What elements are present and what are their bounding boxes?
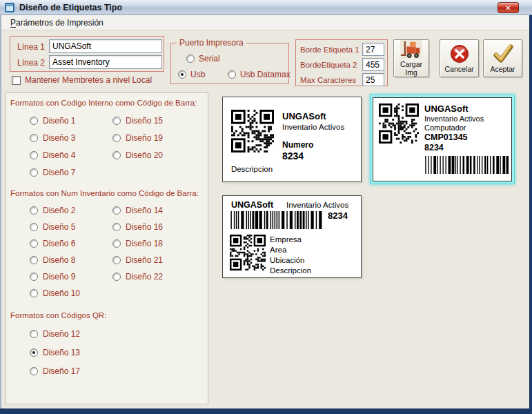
radio-diseño-1[interactable]: Diseño 1 bbox=[30, 112, 112, 129]
barcode-icon bbox=[424, 156, 509, 174]
label-a-brand: UNGASoft bbox=[282, 111, 326, 121]
radio-diseño-6[interactable]: Diseño 6 bbox=[30, 235, 112, 252]
preview-label-a[interactable]: UNGASoft Inventario Activos Numero 8234 … bbox=[222, 97, 362, 182]
radio-icon bbox=[30, 206, 38, 215]
radio-label: Diseño 4 bbox=[43, 150, 75, 160]
borde2-input[interactable] bbox=[362, 58, 384, 71]
radio-diseño-10[interactable]: Diseño 10 bbox=[30, 285, 112, 302]
membretes-checkbox[interactable]: Mantener Membretes a nivel Local bbox=[12, 75, 152, 85]
radio-icon bbox=[112, 134, 121, 142]
label-b-subtitle: Inventario Activos bbox=[424, 115, 484, 123]
empty-cell bbox=[112, 362, 204, 380]
radio-label: Serial bbox=[199, 54, 220, 63]
membretes-checkbox-label: Mantener Membretes a nivel Local bbox=[25, 75, 152, 85]
label-c-subtitle: Inventario Activos bbox=[286, 201, 348, 209]
aceptar-button[interactable]: Aceptar bbox=[483, 39, 522, 77]
empty-cell bbox=[112, 164, 204, 181]
app-window: Diseño de Etiquetas Tipo ✕ Parámetros de… bbox=[0, 0, 532, 414]
menubar: Parámetros de Impresión bbox=[1, 15, 529, 30]
radio-label: Diseño 14 bbox=[126, 206, 163, 215]
radio-icon bbox=[186, 55, 195, 63]
label-c-number: 8234 bbox=[328, 210, 348, 221]
radio-diseño-5[interactable]: Diseño 5 bbox=[30, 219, 112, 235]
format-group-title: Formatos con Codigo Interno como Código … bbox=[10, 99, 204, 107]
radio-diseño-2[interactable]: Diseño 2 bbox=[30, 202, 112, 219]
max-caracteres-input[interactable] bbox=[362, 73, 384, 86]
radio-label: Diseño 6 bbox=[43, 239, 75, 248]
cancelar-label: Cancelar bbox=[444, 65, 473, 73]
bordes-group: Borde Etiqueta 1 BordeEtiqueta 2 Max Car… bbox=[295, 39, 388, 86]
radio-icon bbox=[112, 151, 121, 159]
radio-diseño-18[interactable]: Diseño 18 bbox=[112, 235, 204, 252]
radio-icon bbox=[30, 168, 38, 177]
linea1-input[interactable] bbox=[49, 39, 162, 53]
menu-parametros-impresion[interactable]: Parámetros de Impresión bbox=[7, 17, 107, 29]
linea1-label: Línea 1 bbox=[17, 42, 45, 52]
format-group: Formatos con Codigo Interno como Código … bbox=[10, 99, 204, 181]
radio-diseño-20[interactable]: Diseño 20 bbox=[112, 146, 204, 164]
max-caracteres-label: Max Caracteres bbox=[300, 76, 356, 84]
radio-diseño-22[interactable]: Diseño 22 bbox=[112, 268, 204, 285]
barcode-icon bbox=[230, 211, 324, 229]
radio-diseño-16[interactable]: Diseño 16 bbox=[112, 219, 204, 235]
preview-label-c[interactable]: UNGASoft Inventario Activos 8234 Empresa… bbox=[222, 195, 362, 278]
radio-diseño-13[interactable]: Diseño 13 bbox=[30, 343, 112, 362]
radio-diseño-14[interactable]: Diseño 14 bbox=[112, 202, 204, 219]
radio-icon bbox=[30, 151, 38, 159]
radio-label: Diseño 17 bbox=[43, 366, 80, 376]
cancelar-button[interactable]: Cancelar bbox=[440, 39, 479, 77]
label-b-category: Computador bbox=[424, 124, 466, 132]
label-b-number: 8234 bbox=[424, 143, 444, 152]
empty-cell bbox=[112, 324, 204, 343]
qr-code-icon bbox=[379, 103, 419, 144]
radio-icon bbox=[30, 134, 38, 142]
radio-diseño-3[interactable]: Diseño 3 bbox=[30, 129, 112, 146]
radio-serial[interactable]: Serial bbox=[186, 54, 220, 63]
radio-label: Diseño 9 bbox=[43, 272, 75, 282]
radio-icon bbox=[112, 223, 121, 231]
puerto-impresora-title: Puerto Impresora bbox=[177, 38, 246, 48]
radio-label: Diseño 5 bbox=[43, 222, 75, 232]
radio-usb-datamax[interactable]: Usb Datamax bbox=[228, 70, 290, 79]
radio-diseño-17[interactable]: Diseño 17 bbox=[30, 362, 112, 380]
puerto-impresora-group: Puerto Impresora Serial Usb Usb Datamax bbox=[170, 43, 289, 84]
close-button[interactable]: ✕ bbox=[497, 2, 519, 13]
label-b-brand: UNGASoft bbox=[424, 103, 469, 114]
radio-icon bbox=[30, 223, 38, 231]
borde2-label: BordeEtiqueta 2 bbox=[300, 61, 357, 69]
checkbox-icon bbox=[12, 76, 21, 85]
radio-diseño-15[interactable]: Diseño 15 bbox=[112, 112, 204, 129]
radio-usb[interactable]: Usb bbox=[178, 70, 205, 79]
label-c-brand: UNGASoft bbox=[231, 200, 273, 210]
radio-diseño-19[interactable]: Diseño 19 bbox=[112, 129, 204, 146]
radio-label: Diseño 16 bbox=[126, 222, 163, 232]
radio-icon bbox=[178, 70, 186, 79]
radio-diseño-7[interactable]: Diseño 7 bbox=[30, 164, 112, 181]
radio-icon bbox=[30, 239, 38, 248]
format-group: Formatos con Códigos QR:Diseño 12Diseño … bbox=[10, 311, 204, 380]
radio-label: Diseño 3 bbox=[43, 133, 75, 143]
linea2-input[interactable] bbox=[49, 55, 162, 69]
radio-label: Diseño 10 bbox=[43, 288, 80, 298]
radio-diseño-9[interactable]: Diseño 9 bbox=[30, 268, 112, 285]
window-title: Diseño de Etiquetas Tipo bbox=[19, 3, 122, 12]
menu-rest: arámetros de Impresión bbox=[16, 18, 104, 28]
borde1-input[interactable] bbox=[362, 43, 384, 56]
borde1-label: Borde Etiqueta 1 bbox=[300, 46, 359, 54]
radio-label: Diseño 22 bbox=[126, 272, 163, 282]
radio-diseño-4[interactable]: Diseño 4 bbox=[30, 146, 112, 164]
cargar-img-button[interactable]: Cargar Img bbox=[393, 39, 429, 77]
app-icon bbox=[4, 2, 15, 13]
radio-diseño-12[interactable]: Diseño 12 bbox=[30, 324, 112, 343]
label-c-field: Area bbox=[270, 245, 311, 255]
radio-diseño-8[interactable]: Diseño 8 bbox=[30, 252, 112, 268]
preview-label-b-selected[interactable]: UNGASoft Inventario Activos Computador C… bbox=[370, 95, 515, 184]
radio-label: Diseño 2 bbox=[43, 206, 75, 215]
label-c-field: Ubicación bbox=[270, 255, 311, 266]
radio-diseño-21[interactable]: Diseño 21 bbox=[112, 252, 204, 268]
radio-icon bbox=[112, 273, 121, 281]
label-a-field: Numero bbox=[282, 140, 313, 150]
window-bottom-edge bbox=[0, 408, 532, 414]
radio-icon bbox=[30, 330, 38, 338]
radio-label: Diseño 20 bbox=[126, 150, 163, 160]
